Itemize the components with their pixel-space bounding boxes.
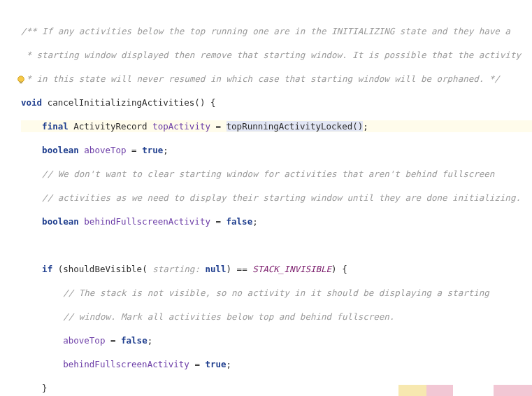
- type: ActivityRecord: [73, 121, 147, 132]
- comment: * in this state will never resumed in wh…: [21, 73, 500, 84]
- code-line: final ActivityRecord topActivity = topRu…: [21, 120, 532, 132]
- keyword: null: [205, 264, 226, 274]
- keyword: true: [205, 359, 226, 369]
- inlay-hint: starting:: [148, 264, 200, 274]
- code-line: if (shouldBeVisible( starting: null) == …: [21, 263, 532, 275]
- code-line: behindFullscreenActivity = true;: [21, 358, 532, 370]
- code-line: // window. Mark all activities below top…: [21, 311, 532, 323]
- keyword: false: [227, 216, 253, 227]
- image-artifact: [398, 385, 532, 396]
- comment: // The stack is not visible, so no activ…: [63, 288, 489, 298]
- keyword: boolean: [42, 145, 79, 155]
- code-line: boolean aboveTop = true;: [21, 144, 532, 156]
- code-line: * starting window displayed then remove …: [21, 49, 532, 61]
- svg-rect-1: [20, 82, 22, 84]
- keyword: if: [42, 264, 52, 274]
- comment: // We don't want to clear starting windo…: [42, 169, 494, 179]
- svg-point-0: [18, 76, 24, 83]
- code-line: // activities as we need to display thei…: [21, 192, 532, 204]
- code-line: // We don't want to clear starting windo…: [21, 168, 532, 180]
- keyword: boolean: [42, 216, 79, 227]
- comment: // activities as we need to display thei…: [42, 192, 521, 203]
- keyword: true: [142, 145, 163, 155]
- code-line: boolean behindFullscreenActivity = false…: [21, 215, 532, 227]
- code-line: void cancelInitializingActivities() {: [21, 97, 532, 108]
- code-line: [21, 239, 532, 251]
- code-line: * in this state will never resumed in wh…: [21, 73, 532, 85]
- variable: aboveTop: [63, 335, 105, 346]
- comment: // window. Mark all activities below top…: [63, 311, 394, 322]
- comment: * starting window displayed then remove …: [21, 50, 521, 60]
- keyword: final: [42, 121, 69, 132]
- keyword: void: [21, 97, 42, 108]
- constant: STACK_INVISIBLE: [252, 264, 331, 274]
- variable: behindFullscreenActivity: [63, 359, 189, 369]
- code-line: /** If any activities below the top runn…: [21, 25, 532, 37]
- variable: behindFullscreenActivity: [84, 216, 210, 227]
- intention-bulb-icon[interactable]: [6, 63, 15, 73]
- comment: /** If any activities below the top runn…: [21, 26, 510, 36]
- code-line: // The stack is not visible, so no activ…: [21, 287, 532, 299]
- code-line: aboveTop = false;: [21, 334, 532, 346]
- variable: topActivity: [152, 121, 210, 132]
- selected-text: topRunningActivityLocked(): [227, 121, 364, 132]
- method-name: cancelInitializingActivities: [48, 97, 195, 108]
- variable: aboveTop: [84, 145, 126, 155]
- keyword: false: [121, 335, 148, 346]
